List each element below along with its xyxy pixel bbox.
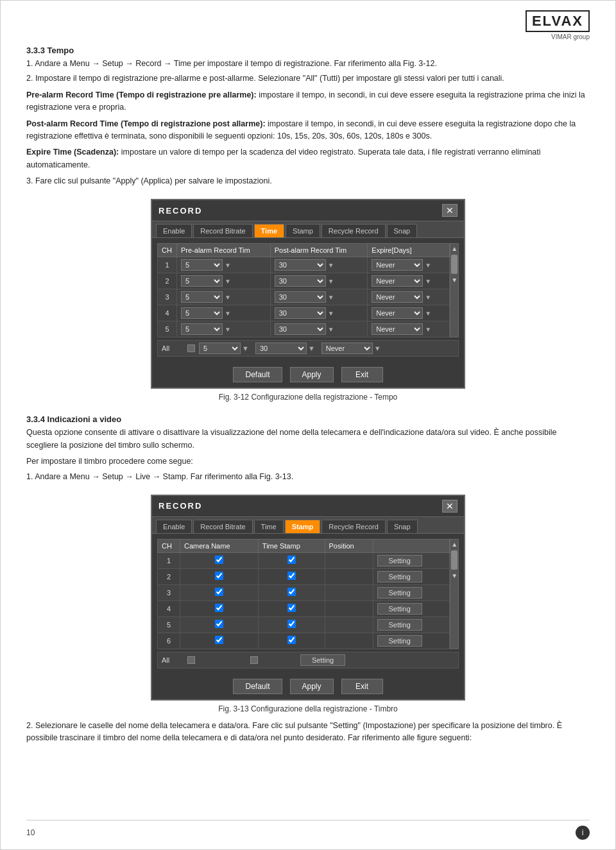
setting-button[interactable]: Setting: [377, 555, 422, 566]
stamp-cell-ch: 2: [158, 568, 180, 584]
stamp-cell-position: [325, 633, 373, 649]
stamp-cell-timestamp: [258, 616, 325, 633]
default-button[interactable]: Default: [233, 367, 282, 382]
stamp-exit-button[interactable]: Exit: [341, 679, 383, 694]
expire-select[interactable]: Never: [372, 323, 423, 335]
stamp-all-setting-button[interactable]: Setting: [300, 654, 345, 666]
setting-button[interactable]: Setting: [377, 635, 422, 647]
setting-button[interactable]: Setting: [377, 603, 422, 615]
all-checkbox[interactable]: [187, 344, 195, 352]
tab-record-bitrate-stamp[interactable]: Record Bitrate: [193, 520, 252, 533]
tab-record-bitrate[interactable]: Record Bitrate: [193, 224, 252, 237]
post-alarm-select[interactable]: 30: [275, 323, 326, 335]
expire-select[interactable]: Never: [372, 275, 423, 287]
timestamp-checkbox[interactable]: [287, 620, 296, 628]
section-3-3-4-intro: Questa opzione consente di attivare o di…: [26, 427, 590, 452]
stamp-apply-button[interactable]: Apply: [290, 679, 334, 694]
tab-snap[interactable]: Snap: [387, 224, 418, 237]
dialog-close-button-stamp[interactable]: ✕: [442, 500, 458, 513]
tab-recycle-stamp[interactable]: Recycle Record: [321, 520, 386, 533]
timestamp-checkbox[interactable]: [287, 556, 296, 564]
expire-select[interactable]: Never: [372, 291, 423, 303]
post-dropdown-icon: ▼: [328, 278, 334, 285]
all-post-select[interactable]: 30: [255, 343, 307, 354]
camera-checkbox[interactable]: [215, 636, 223, 644]
camera-checkbox[interactable]: [215, 604, 223, 612]
timestamp-checkbox[interactable]: [287, 572, 296, 580]
dialog-title-stamp: RECORD: [158, 501, 202, 511]
post-alarm-select[interactable]: 30: [275, 291, 326, 303]
expire-select[interactable]: Never: [372, 259, 423, 271]
expire-dropdown-icon: ▼: [425, 278, 431, 285]
post-alarm-select[interactable]: 30: [275, 259, 326, 271]
stamp-cell-camera: [180, 600, 259, 616]
stamp-table-row: 5 Setting: [158, 616, 450, 633]
camera-checkbox[interactable]: [215, 572, 223, 580]
timestamp-checkbox[interactable]: [287, 604, 296, 612]
post-dropdown-icon: ▼: [328, 326, 334, 333]
pre-alarm-select[interactable]: 5: [181, 307, 223, 319]
tab-enable[interactable]: Enable: [156, 224, 192, 237]
section-3-3-3-steps: 1. Andare a Menu → Setup → Record → Time…: [26, 58, 590, 85]
exit-button[interactable]: Exit: [341, 367, 383, 382]
stamp-cell-setting: Setting: [373, 552, 450, 568]
page-number: 10: [26, 828, 35, 837]
camera-checkbox[interactable]: [215, 620, 223, 628]
scrollbar-thumb[interactable]: [451, 255, 458, 274]
stamp-scroll-down-arrow[interactable]: ▼: [451, 571, 458, 581]
tab-time[interactable]: Time: [254, 224, 284, 237]
pre-alarm-select[interactable]: 5: [181, 275, 223, 287]
expire-dropdown-icon: ▼: [425, 310, 431, 317]
all-pre-select[interactable]: 5: [199, 343, 241, 354]
stamp-all-camera-checkbox[interactable]: [187, 656, 195, 664]
setting-button[interactable]: Setting: [377, 571, 422, 582]
setting-button[interactable]: Setting: [377, 587, 422, 599]
cell-ch: 2: [158, 273, 177, 289]
pre-dropdown-icon: ▼: [225, 326, 231, 333]
dialog-close-button[interactable]: ✕: [442, 204, 458, 217]
stamp-cell-camera: [180, 584, 259, 600]
pre-alarm-select[interactable]: 5: [181, 291, 223, 303]
pre-alarm-select[interactable]: 5: [181, 323, 223, 335]
setting-button[interactable]: Setting: [377, 619, 422, 631]
section-3-3-4-steps: Per impostare il timbro procedere come s…: [26, 455, 590, 483]
section-3-3-4-title: 3.3.4 Indicazioni a video: [26, 414, 590, 424]
brand-logo: ELVAX: [526, 10, 590, 32]
stamp-all-timestamp-checkbox[interactable]: [250, 656, 258, 664]
expire-select[interactable]: Never: [372, 307, 423, 319]
stamp-cell-timestamp: [258, 633, 325, 649]
record-table: CH Pre-alarm Record Tim Post-alarm Recor…: [157, 243, 450, 337]
scroll-up-arrow[interactable]: ▲: [451, 244, 458, 253]
pre-alarm-select[interactable]: 5: [181, 259, 223, 271]
stamp-dialog-scrollbar[interactable]: ▲ ▼: [450, 539, 459, 649]
stamp-scroll-up-arrow[interactable]: ▲: [451, 540, 458, 549]
timestamp-checkbox[interactable]: [287, 588, 296, 596]
dialog-scrollbar[interactable]: ▲ ▼: [450, 243, 459, 337]
post-alarm-select[interactable]: 30: [275, 307, 326, 319]
stamp-cell-position: [325, 568, 373, 584]
postalarm-label: Post-alarm Record Time (Tempo di registr…: [26, 119, 266, 128]
all-expire-select[interactable]: Never: [321, 343, 373, 354]
apply-button[interactable]: Apply: [290, 367, 334, 382]
tab-recycle-record[interactable]: Recycle Record: [321, 224, 386, 237]
cell-ch: 1: [158, 257, 177, 273]
post-alarm-select[interactable]: 30: [275, 275, 326, 287]
stamp-cell-ch: 5: [158, 616, 180, 633]
stamp-scrollbar-thumb[interactable]: [451, 550, 458, 570]
tab-time-stamp[interactable]: Time: [254, 520, 284, 533]
cell-expire: Never ▼: [368, 321, 450, 337]
stamp-cell-timestamp: [258, 600, 325, 616]
dialog-body-stamp: CH Camera Name Time Stamp Position 1: [152, 534, 464, 674]
step3-text: 3. Fare clic sul pulsante "Apply" (Appli…: [26, 175, 590, 187]
timestamp-checkbox[interactable]: [287, 636, 296, 644]
scroll-down-arrow[interactable]: ▼: [451, 275, 458, 285]
fig-3-12-caption: Fig. 3-12 Configurazione della registraz…: [219, 393, 398, 402]
expire-dropdown-icon: ▼: [425, 326, 431, 333]
tab-stamp-stamp[interactable]: Stamp: [285, 520, 321, 533]
tab-stamp[interactable]: Stamp: [286, 224, 320, 237]
camera-checkbox[interactable]: [215, 588, 223, 596]
tab-snap-stamp[interactable]: Snap: [387, 520, 418, 533]
tab-enable-stamp[interactable]: Enable: [156, 520, 192, 533]
stamp-default-button[interactable]: Default: [233, 679, 282, 694]
camera-checkbox[interactable]: [215, 556, 223, 564]
